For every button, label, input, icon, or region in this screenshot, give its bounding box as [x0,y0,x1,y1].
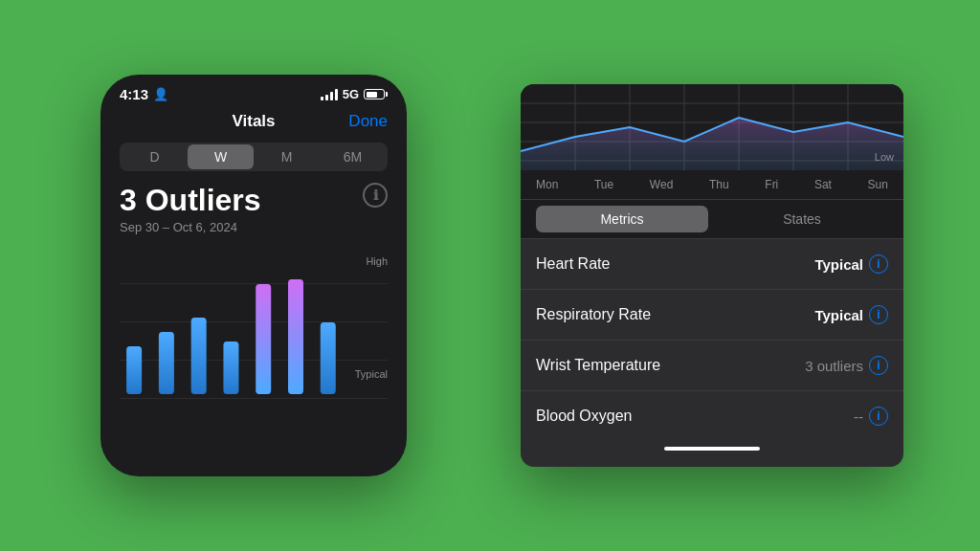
day-fri: Fri [765,178,778,191]
bar-chart: High Typical [120,246,388,399]
tab-metrics[interactable]: Metrics [536,206,708,232]
day-thu: Thu [709,178,729,191]
tab-states[interactable]: States [716,206,888,232]
metric-name-respiratory-rate: Respiratory Rate [536,306,651,323]
svg-marker-17 [521,118,903,170]
date-range: Sep 30 – Oct 6, 2024 [120,220,388,234]
time-option-d[interactable]: D [122,144,188,169]
outliers-count: 3 Outliers [120,183,261,218]
time-option-m[interactable]: M [254,144,320,169]
info-button-heart-rate[interactable]: i [869,254,888,274]
person-icon: 👤 [153,87,168,101]
info-button[interactable]: ℹ [363,183,388,208]
metric-name-heart-rate: Heart Rate [536,255,610,273]
signal-icon [321,89,338,100]
battery-icon [364,89,388,99]
metric-row-blood-oxygen: Blood Oxygen -- i [521,391,903,441]
svg-rect-3 [223,342,238,394]
metric-row-respiratory-rate: Respiratory Rate Typical i [521,290,903,341]
metrics-list: Heart Rate Typical i Respiratory Rate Ty… [521,239,903,441]
status-bar: 4:13 👤 5G [100,75,407,108]
info-button-blood-oxygen[interactable]: i [869,407,888,426]
day-wed: Wed [650,178,673,191]
metric-row-heart-rate: Heart Rate Typical i [521,239,903,290]
time-display: 4:13 [120,86,148,102]
time-option-w[interactable]: W [188,144,254,169]
phone-left: 4:13 👤 5G Vitals Done D W M 6M 3 Outlier… [100,75,407,476]
chart-label-typical: Typical [355,368,388,380]
svg-rect-0 [126,346,142,394]
time-selector: D W M 6M [120,143,388,171]
status-bar-right: 5G [321,87,388,101]
status-bar-left: 4:13 👤 [120,86,168,102]
svg-rect-5 [288,279,303,394]
network-label: 5G [343,87,359,101]
panel-right: Low Mon Tue Wed Thu Fri Sat Sun Metrics … [521,84,903,467]
metric-status-wrist-temperature: 3 outliers i [805,356,888,375]
svg-rect-1 [159,332,174,394]
svg-rect-6 [321,322,336,394]
svg-rect-2 [191,318,207,394]
info-button-wrist-temperature[interactable]: i [869,356,888,375]
chart-label-high: High [366,255,388,267]
day-mon: Mon [536,178,558,191]
metric-value-respiratory-rate: Typical [814,307,863,323]
chart-bars-svg [120,246,349,399]
metric-status-heart-rate: Typical i [814,254,888,274]
chart-area: 3 Outliers ℹ Sep 30 – Oct 6, 2024 High T… [100,183,407,399]
metric-value-heart-rate: Typical [814,256,863,273]
day-sat: Sat [814,178,832,191]
metric-status-respiratory-rate: Typical i [814,305,888,324]
metric-name-wrist-temperature: Wrist Temperature [536,357,660,374]
panel-tabs: Metrics States [521,200,903,239]
svg-rect-4 [256,284,271,394]
outliers-header: 3 Outliers ℹ [120,183,388,218]
chart-low-label: Low [875,151,894,163]
time-option-6m[interactable]: 6M [320,144,386,169]
done-button[interactable]: Done [348,112,388,131]
metric-row-wrist-temperature: Wrist Temperature 3 outliers i [521,341,903,391]
days-row: Mon Tue Wed Thu Fri Sat Sun [521,170,903,200]
metric-status-blood-oxygen: -- i [854,407,888,426]
scroll-indicator [664,447,760,451]
day-sun: Sun [868,178,888,191]
metric-value-blood-oxygen: -- [854,408,863,425]
metric-name-blood-oxygen: Blood Oxygen [536,408,633,425]
nav-bar: Vitals Done [100,108,407,139]
top-chart: Low [521,84,903,170]
screen-title: Vitals [232,112,275,131]
metric-value-wrist-temperature: 3 outliers [805,358,863,374]
day-tue: Tue [594,178,613,191]
info-button-respiratory-rate[interactable]: i [869,305,888,324]
top-chart-svg [521,84,903,170]
